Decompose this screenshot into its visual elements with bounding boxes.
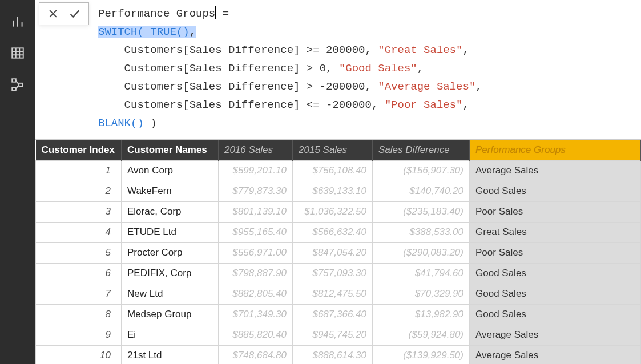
svg-rect-10: [12, 87, 16, 90]
formula-measure-name: Performance Groups: [98, 7, 215, 20]
cell-customer-name: WakeFern: [122, 181, 219, 201]
cell-customer-name: Procter Corp: [122, 242, 219, 263]
cell-performance: Great Sales: [470, 222, 641, 242]
cell-2016-sales: $955,165.40: [219, 222, 293, 242]
cell-sales-diff: $388,533.00: [373, 222, 470, 242]
header-sales-difference[interactable]: Sales Difference: [373, 140, 470, 160]
svg-rect-9: [19, 83, 22, 86]
data-table-area: Customer Index Customer Names 2016 Sales…: [35, 140, 641, 364]
cell-performance: Good Sales: [470, 304, 641, 325]
cell-sales-diff: ($139,929.50): [373, 345, 470, 364]
cell-performance: Average Sales: [470, 345, 641, 364]
cell-2015-sales: $756,108.40: [293, 160, 373, 181]
cell-customer-name: PEDIFIX, Corp: [122, 263, 219, 284]
table-row[interactable]: 4ETUDE Ltd$955,165.40$566,632.40$388,533…: [36, 222, 641, 242]
cell-customer-index: 10: [36, 345, 122, 364]
cancel-formula-button[interactable]: [43, 5, 63, 22]
svg-line-11: [16, 80, 19, 84]
cell-performance: Average Sales: [470, 160, 641, 181]
cell-2016-sales: $779,873.30: [219, 181, 293, 201]
cell-customer-index: 2: [36, 181, 122, 201]
cell-customer-name: ETUDE Ltd: [122, 222, 219, 242]
table-row[interactable]: 1Avon Corp$599,201.10$756,108.40($156,90…: [36, 160, 641, 181]
cell-sales-diff: $41,794.60: [373, 263, 470, 284]
text-cursor-icon: [215, 6, 216, 19]
cell-2016-sales: $885,820.40: [219, 325, 293, 345]
header-performance-groups[interactable]: Performance Groups: [470, 140, 641, 160]
cell-sales-diff: ($156,907.30): [373, 160, 470, 181]
cell-2015-sales: $812,475.50: [293, 284, 373, 304]
cell-performance: Poor Sales: [470, 242, 641, 263]
report-view-icon[interactable]: [0, 6, 35, 37]
table-row[interactable]: 1021st Ltd$748,684.80$888,614.30($139,92…: [36, 345, 641, 364]
cell-performance: Poor Sales: [470, 201, 641, 222]
svg-line-12: [16, 84, 19, 89]
table-row[interactable]: 8Medsep Group$701,349.30$687,366.40$13,9…: [36, 304, 641, 325]
data-view-icon[interactable]: [0, 37, 35, 68]
cell-2016-sales: $798,887.90: [219, 263, 293, 284]
cell-performance: Average Sales: [470, 325, 641, 345]
data-table[interactable]: Customer Index Customer Names 2016 Sales…: [35, 140, 641, 364]
cell-sales-diff: ($59,924.80): [373, 325, 470, 345]
cell-performance: Good Sales: [470, 181, 641, 201]
cell-2015-sales: $847,054.20: [293, 242, 373, 263]
cell-2016-sales: $556,971.00: [219, 242, 293, 263]
formula-switch: SWITCH(: [98, 26, 144, 38]
cell-customer-name: 21st Ltd: [122, 345, 219, 364]
cell-customer-index: 6: [36, 263, 122, 284]
cell-2015-sales: $757,093.30: [293, 263, 373, 284]
cell-performance: Good Sales: [470, 284, 641, 304]
cell-customer-index: 5: [36, 242, 122, 263]
cell-customer-name: New Ltd: [122, 284, 219, 304]
table-row[interactable]: 2WakeFern$779,873.30$639,133.10$140,740.…: [36, 181, 641, 201]
cell-2016-sales: $748,684.80: [219, 345, 293, 364]
cell-sales-diff: $140,740.20: [373, 181, 470, 201]
table-row[interactable]: 9Ei$885,820.40$945,745.20($59,924.80)Ave…: [36, 325, 641, 345]
cell-2015-sales: $566,632.40: [293, 222, 373, 242]
model-view-icon[interactable]: [0, 68, 35, 100]
header-2015-sales[interactable]: 2015 Sales: [293, 140, 373, 160]
left-navbar: [0, 0, 35, 364]
cell-customer-name: Avon Corp: [122, 160, 219, 181]
cell-customer-name: Ei: [122, 325, 219, 345]
cell-2015-sales: $1,036,322.50: [293, 201, 373, 222]
cell-customer-name: Elorac, Corp: [122, 201, 219, 222]
cell-2015-sales: $888,614.30: [293, 345, 373, 364]
cell-2016-sales: $599,201.10: [219, 160, 293, 181]
cell-sales-diff: $13,982.90: [373, 304, 470, 325]
cell-customer-index: 3: [36, 201, 122, 222]
cell-customer-name: Medsep Group: [122, 304, 219, 325]
header-customer-index[interactable]: Customer Index: [36, 140, 122, 160]
cell-customer-index: 4: [36, 222, 122, 242]
svg-rect-8: [12, 79, 16, 82]
cell-2016-sales: $882,805.40: [219, 284, 293, 304]
cell-2016-sales: $801,139.10: [219, 201, 293, 222]
cell-sales-diff: ($290,083.20): [373, 242, 470, 263]
formula-bar: Performance Groups = SWITCH( TRUE(), Cus…: [35, 0, 641, 140]
commit-formula-button[interactable]: [64, 5, 85, 22]
table-row[interactable]: 5Procter Corp$556,971.00$847,054.20($290…: [36, 242, 641, 263]
cell-customer-index: 1: [36, 160, 122, 181]
table-row[interactable]: 7New Ltd$882,805.40$812,475.50$70,329.90…: [36, 284, 641, 304]
header-customer-names[interactable]: Customer Names: [122, 140, 219, 160]
table-row[interactable]: 6PEDIFIX, Corp$798,887.90$757,093.30$41,…: [36, 263, 641, 284]
table-row[interactable]: 3Elorac, Corp$801,139.10$1,036,322.50($2…: [36, 201, 641, 222]
cell-2016-sales: $701,349.30: [219, 304, 293, 325]
cell-2015-sales: $639,133.10: [293, 181, 373, 201]
cell-2015-sales: $687,366.40: [293, 304, 373, 325]
cell-sales-diff: ($235,183.40): [373, 201, 470, 222]
formula-actions: [39, 2, 89, 25]
cell-customer-index: 9: [36, 325, 122, 345]
cell-sales-diff: $70,329.90: [373, 284, 470, 304]
header-2016-sales[interactable]: 2016 Sales: [219, 140, 293, 160]
cell-performance: Good Sales: [470, 263, 641, 284]
cell-customer-index: 8: [36, 304, 122, 325]
cell-customer-index: 7: [36, 284, 122, 304]
cell-2015-sales: $945,745.20: [293, 325, 373, 345]
formula-editor[interactable]: Performance Groups = SWITCH( TRUE(), Cus…: [92, 0, 641, 139]
table-header-row: Customer Index Customer Names 2016 Sales…: [36, 140, 641, 160]
svg-rect-3: [12, 48, 23, 58]
